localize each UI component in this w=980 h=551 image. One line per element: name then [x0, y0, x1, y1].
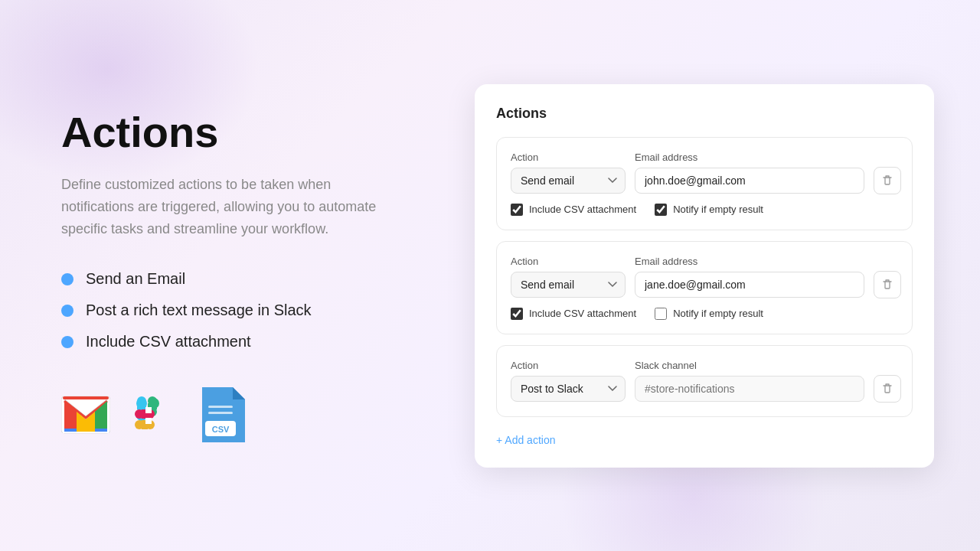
email-label-1: Email address	[635, 152, 864, 163]
add-action-button[interactable]: + Add action	[496, 428, 555, 446]
feature-label: Include CSV attachment	[86, 333, 251, 350]
feature-label: Send an Email	[86, 270, 185, 288]
feature-dot	[61, 273, 74, 285]
action-block-3: Action Send email Post to Slack Slack ch…	[496, 345, 913, 417]
action-field-group-1: Action Send email Post to Slack	[511, 152, 626, 194]
actions-card: Actions Action Send email Post to Slack …	[475, 84, 934, 468]
include-csv-checkbox-1[interactable]: Include CSV attachment	[511, 204, 636, 216]
delete-button-3[interactable]	[874, 375, 901, 403]
right-panel: Actions Action Send email Post to Slack …	[429, 69, 980, 483]
include-csv-checkbox-2[interactable]: Include CSV attachment	[511, 308, 636, 320]
action-select-3[interactable]: Send email Post to Slack	[511, 376, 626, 402]
slack-label: Slack channel	[635, 360, 864, 371]
slack-icon	[129, 390, 178, 439]
gmail-icon	[61, 390, 110, 439]
feature-dot	[61, 305, 74, 317]
feature-dot	[61, 336, 74, 348]
feature-list: Send an Email Post a rich text message i…	[61, 270, 383, 350]
card-title: Actions	[496, 106, 913, 122]
feature-label: Post a rich text message in Slack	[86, 302, 312, 319]
email-label-2: Email address	[635, 256, 864, 267]
action-select-2[interactable]: Send email Post to Slack	[511, 272, 626, 298]
email-field-group-1: Email address	[635, 152, 864, 194]
svg-rect-1	[63, 396, 109, 399]
page-description: Define customized actions to be taken wh…	[61, 174, 383, 240]
action-select-1[interactable]: Send email Post to Slack	[511, 168, 626, 194]
page-title: Actions	[61, 109, 383, 156]
slack-field-group: Slack channel	[635, 360, 864, 402]
notify-empty-checkbox-1[interactable]: Notify if empty result	[655, 204, 763, 216]
csv-file-icon: CSV	[196, 387, 245, 442]
notify-empty-checkbox-2[interactable]: Notify if empty result	[655, 308, 763, 320]
svg-rect-20	[208, 406, 233, 408]
action-block-1: Action Send email Post to Slack Email ad…	[496, 137, 913, 230]
svg-rect-19	[145, 418, 152, 424]
delete-button-1[interactable]	[874, 167, 901, 194]
feature-item: Post a rich text message in Slack	[61, 302, 383, 319]
left-panel: Actions Define customized actions to be …	[0, 63, 429, 489]
feature-item: Send an Email	[61, 270, 383, 288]
svg-rect-8	[137, 403, 146, 409]
email-field-group-2: Email address	[635, 256, 864, 298]
action-field-group-2: Action Send email Post to Slack	[511, 256, 626, 298]
feature-item: Include CSV attachment	[61, 333, 383, 350]
action-label-2: Action	[511, 256, 626, 267]
email-input-1[interactable]	[635, 168, 864, 194]
action-label-3: Action	[511, 360, 626, 371]
svg-rect-21	[208, 412, 233, 414]
delete-button-2[interactable]	[874, 271, 901, 298]
action-label-1: Action	[511, 152, 626, 163]
slack-channel-input[interactable]	[635, 376, 864, 402]
icon-row: CSV	[61, 387, 383, 442]
action-block-2: Action Send email Post to Slack Email ad…	[496, 241, 913, 334]
svg-text:CSV: CSV	[212, 425, 230, 434]
add-action-label: + Add action	[496, 434, 555, 446]
action-field-group-3: Action Send email Post to Slack	[511, 360, 626, 402]
email-input-2[interactable]	[635, 272, 864, 298]
svg-rect-18	[145, 407, 152, 413]
